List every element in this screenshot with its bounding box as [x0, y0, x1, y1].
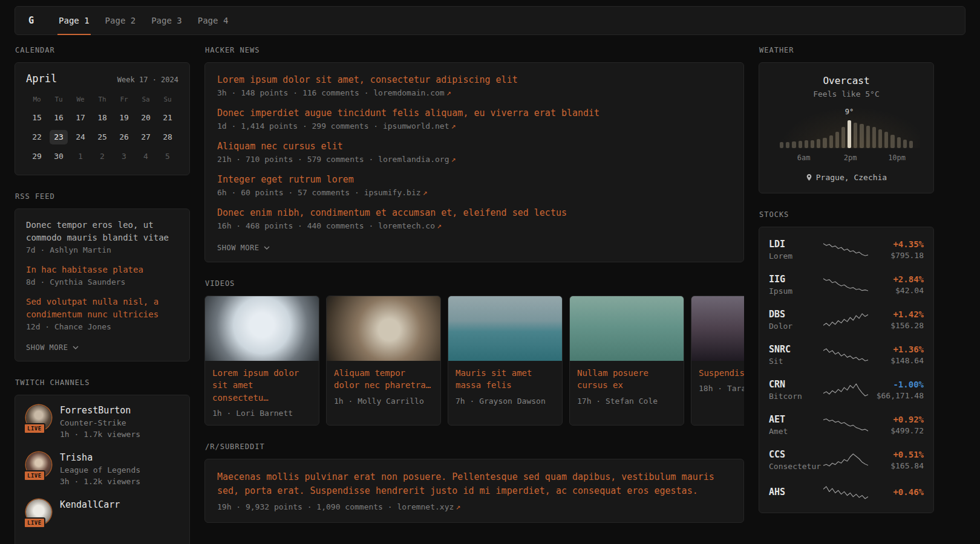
subreddit-post-title[interactable]: Maecenas mollis pulvinar erat non posuer… [217, 470, 731, 499]
stock-row[interactable]: CCS Consectetur +0.51% $165.84 [769, 442, 924, 478]
rss-item-title[interactable]: In hac habitasse platea [26, 264, 178, 276]
stock-sparkline [823, 416, 868, 433]
calendar-day: 25 [91, 130, 113, 144]
stock-id: CCS Consectetur [769, 449, 823, 471]
video-card[interactable]: Mauris sit amet massa felis 7h · Grayson… [448, 296, 563, 426]
video-card[interactable]: Nullam posuere cursus ex 17h · Stefan Co… [569, 296, 684, 426]
stock-symbol: CCS [769, 449, 823, 460]
stock-name: Lorem [769, 251, 823, 261]
stock-change: +0.46% [868, 487, 924, 497]
video-meta: 17h · Stefan Cole [570, 392, 684, 413]
tab-page-2[interactable]: Page 2 [97, 7, 144, 34]
stock-sparkline [823, 311, 868, 328]
stock-values: -1.00% $66,171.48 [868, 380, 924, 400]
live-badge: LIVE [24, 470, 45, 481]
hn-item-title[interactable]: Aliquam nec cursus elit [217, 141, 731, 152]
right-column: WEATHER Overcast Feels like 5°C 9° 6am 2… [759, 46, 934, 530]
hn-item: Integer eget rutrum lorem 6h · 60 points… [217, 174, 731, 197]
hacker-news-widget: Lorem ipsum dolor sit amet, consectetur … [204, 62, 744, 262]
video-thumbnail[interactable] [205, 296, 319, 361]
video-thumbnail[interactable] [448, 296, 562, 361]
video-title[interactable]: Aliquam tempor dolor nec pharetra… [327, 361, 440, 392]
video-card[interactable]: Suspendisse diam 18h · Tara [691, 296, 744, 426]
stock-row[interactable]: SNRC Sit +1.36% $148.64 [769, 337, 924, 372]
stock-row[interactable]: AET Amet +0.92% $499.72 [769, 407, 924, 442]
stock-symbol: CRN [769, 379, 823, 390]
external-link-icon[interactable]: ↗ [446, 88, 451, 97]
rss-item-title[interactable]: Donec tempor eros leo, ut commodo mauris… [26, 219, 178, 244]
hacker-news-section-title: HACKER NEWS [205, 46, 743, 54]
videos-row: Lorem ipsum dolor sit amet consectetu… 1… [204, 296, 744, 426]
chevron-down-icon [73, 346, 79, 349]
hn-item-meta-text: 21h · 710 points · 579 comments · loreml… [217, 155, 449, 164]
external-link-icon[interactable]: ↗ [437, 221, 442, 230]
video-thumbnail[interactable] [570, 296, 684, 361]
logo[interactable]: G [28, 7, 34, 34]
stock-row[interactable]: DBS Dolor +1.42% $156.28 [769, 302, 924, 337]
twitch-channel[interactable]: LIVE ForrestBurton Counter-Strike 1h · 1… [26, 405, 178, 439]
weather-bar [841, 127, 845, 148]
hn-item-title[interactable]: Donec enim nibh, condimentum et accumsan… [217, 207, 731, 218]
stock-values: +4.35% $795.18 [868, 239, 924, 260]
stock-sparkline [823, 484, 868, 501]
stocks-widget: LDI Lorem +4.35% $795.18 IIG Ipsum [759, 227, 934, 513]
twitch-channel[interactable]: LIVE KendallCarr [26, 499, 178, 525]
rss-item: Sed volutpat nulla nisl, a condimentum n… [26, 296, 178, 331]
video-title[interactable]: Mauris sit amet massa felis [448, 361, 562, 392]
twitch-channel[interactable]: LIVE Trisha League of Legends 3h · 1.2k … [26, 452, 178, 486]
rss-item-meta: 7d · Ashlyn Martin [26, 245, 178, 254]
tab-page-1[interactable]: Page 1 [51, 7, 97, 34]
external-link-icon[interactable]: ↗ [423, 188, 428, 197]
video-meta: 1h · Molly Carrillo [327, 392, 440, 413]
weather-bar [805, 140, 808, 148]
rss-section: RSS FEED Donec tempor eros leo, ut commo… [15, 192, 190, 361]
tab-page-4[interactable]: Page 4 [190, 7, 237, 34]
rss-widget: Donec tempor eros leo, ut commodo mauris… [15, 209, 190, 361]
stock-name: Amet [769, 427, 823, 436]
stock-change: +1.36% [868, 345, 924, 354]
stock-row[interactable]: CRN Bitcorn -1.00% $66,171.48 [769, 372, 924, 407]
rss-item-title[interactable]: Sed volutpat nulla nisl, a condimentum n… [26, 296, 178, 321]
weather-time-label: 6am [797, 154, 811, 162]
video-thumbnail[interactable] [327, 296, 440, 361]
stock-row[interactable]: LDI Lorem +4.35% $795.18 [769, 232, 924, 267]
calendar-day: 27 [135, 130, 157, 144]
stock-values: +0.92% $499.72 [868, 415, 924, 435]
calendar-day: 30 [48, 149, 70, 164]
hn-item-title[interactable]: Lorem ipsum dolor sit amet, consectetur … [217, 74, 731, 85]
stock-change: +2.84% [868, 274, 924, 284]
external-link-icon[interactable]: ↗ [451, 155, 456, 164]
tab-page-3[interactable]: Page 3 [143, 7, 190, 34]
rss-show-more-button[interactable]: SHOW MORE [26, 343, 79, 352]
video-title[interactable]: Suspendisse diam [691, 361, 744, 379]
stock-row[interactable]: IIG Ipsum +2.84% $42.04 [769, 267, 924, 302]
stocks-section-title: STOCKS [759, 210, 933, 219]
video-card[interactable]: Lorem ipsum dolor sit amet consectetu… 1… [204, 296, 319, 426]
hn-item: Lorem ipsum dolor sit amet, consectetur … [217, 74, 731, 97]
calendar-dow: Th [91, 94, 113, 106]
video-thumbnail[interactable] [691, 296, 744, 361]
external-link-icon[interactable]: ↗ [456, 502, 460, 511]
external-link-icon[interactable]: ↗ [451, 121, 456, 131]
calendar-day: 3 [113, 149, 135, 164]
stock-row[interactable]: AHS +0.46% [769, 478, 924, 508]
stock-name: Consectetur [769, 462, 823, 471]
hn-item-title[interactable]: Donec imperdiet augue tincidunt felis al… [217, 108, 731, 118]
stock-symbol: DBS [769, 309, 823, 320]
video-card[interactable]: Aliquam tempor dolor nec pharetra… 1h · … [326, 296, 441, 426]
calendar-day: 17 [70, 111, 91, 125]
hn-show-more-button[interactable]: SHOW MORE [217, 244, 270, 252]
location-pin-icon [806, 173, 812, 181]
stock-price: $795.18 [868, 251, 924, 260]
hn-item-title[interactable]: Integer eget rutrum lorem [217, 174, 731, 185]
video-title[interactable]: Lorem ipsum dolor sit amet consectetu… [205, 361, 319, 404]
stock-sparkline [823, 452, 868, 468]
weather-chart: 9° [780, 119, 913, 148]
stock-price: $42.04 [868, 286, 924, 295]
calendar-day: 26 [113, 130, 135, 144]
video-title[interactable]: Nullam posuere cursus ex [570, 361, 684, 392]
dashboard-columns: CALENDAR April Week 17 · 2024 Mo Tu We T… [15, 46, 965, 544]
rss-item: In hac habitasse platea 8d · Cynthia Sau… [26, 264, 178, 287]
hn-item-meta: 3h · 148 points · 116 comments · loremdo… [217, 88, 731, 97]
rss-item-meta: 12d · Chance Jones [26, 322, 178, 331]
